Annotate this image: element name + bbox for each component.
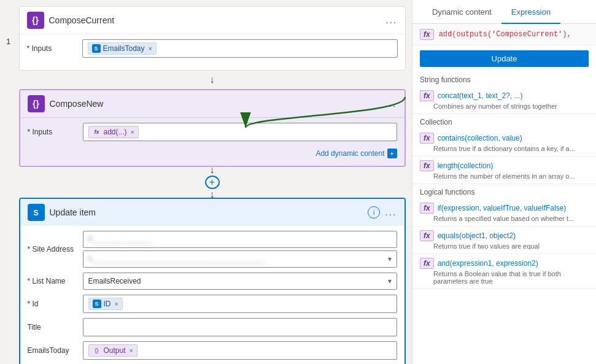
compose-current-inputs-row: * Inputs S EmailsToday × <box>27 39 398 58</box>
output-token-close[interactable]: × <box>130 347 133 354</box>
line-number: 1 <box>6 37 10 46</box>
concat-function-name[interactable]: fx concat(text_1, text_2?, ...) <box>420 90 589 101</box>
site-address-select[interactable]: h_______________________________________… <box>83 250 397 268</box>
add-token[interactable]: fx add(...) × <box>88 126 139 138</box>
output-token-label: Output <box>104 346 126 355</box>
update-button[interactable]: Update <box>420 50 589 67</box>
id-row: * Id S ID × <box>28 295 397 313</box>
compose-new-title: ComposeNew <box>50 99 104 109</box>
contains-name-label: contains(collection, value) <box>438 134 522 142</box>
update-item-card: S Update item i ... * Site Address P____… <box>19 198 406 364</box>
sharepoint-icon: S <box>92 44 101 53</box>
panel-scroll: String functions fx concat(text_1, text_… <box>412 72 596 364</box>
contains-desc: Returns true if a dictionary contains a … <box>420 145 589 152</box>
add-dynamic-content-link[interactable]: Add dynamic content + <box>28 146 397 158</box>
id-token-icon: S <box>93 300 101 308</box>
site-address-chevron: ▾ <box>388 255 392 263</box>
if-fx-icon: fx <box>420 203 434 214</box>
update-item-header: S Update item i ... <box>20 199 404 226</box>
if-name-label: if(expression, valueIfTrue, valueIfFalse… <box>438 204 567 212</box>
update-item-sharepoint-icon: S <box>28 204 45 221</box>
list-name-row: * List Name EmailsReceived ▾ <box>28 273 397 290</box>
function-if: fx if(expression, valueIfTrue, valueIfFa… <box>412 199 596 227</box>
collection-title: Collection <box>412 114 596 129</box>
arrow-2: ↓ <box>210 165 215 176</box>
compose-current-card: {} ComposeCurrent ... * Inputs S EmailsT… <box>19 6 406 71</box>
if-desc: Returns a specified value based on wheth… <box>420 215 589 222</box>
and-name-label: and(expression1, expression2) <box>438 259 538 268</box>
panel-tabs: Dynamic content Expression <box>412 0 596 24</box>
function-and: fx and(expression1, expression2) Returns… <box>412 254 596 289</box>
title-label: Title <box>28 323 77 331</box>
add-token-close[interactable]: × <box>131 128 134 136</box>
and-desc: Returns a Boolean value that is true if … <box>420 270 589 285</box>
fx-badge: fx <box>420 29 434 40</box>
function-equals: fx equals(object1, object2) Returns true… <box>412 227 596 254</box>
id-token-label: ID <box>104 300 111 308</box>
equals-desc: Returns true if two values are equal <box>420 242 589 250</box>
concat-name-label: concat(text_1, text_2?, ...) <box>438 91 523 100</box>
function-concat: fx concat(text_1, text_2?, ...) Combines… <box>412 87 596 114</box>
logical-functions-title: Logical functions <box>412 184 596 199</box>
if-function-name[interactable]: fx if(expression, valueIfTrue, valueIfFa… <box>420 203 589 214</box>
emails-today-input[interactable]: {} Output × <box>83 341 397 360</box>
compose-current-icon: {} <box>27 12 44 29</box>
compose-new-header-left: {} ComposeNew <box>28 95 104 112</box>
equals-name-label: equals(object1, object2) <box>438 231 516 240</box>
equals-fx-icon: fx <box>420 230 434 241</box>
and-function-name[interactable]: fx and(expression1, expression2) <box>420 258 589 269</box>
concat-fx-icon: fx <box>420 90 434 101</box>
title-row: Title <box>28 318 397 336</box>
id-token-close[interactable]: × <box>115 300 118 308</box>
compose-new-card: {} ComposeNew ... * Inputs fx add(...) × <box>19 89 406 167</box>
list-name-select[interactable]: EmailsReceived ▾ <box>83 273 397 290</box>
tab-expression[interactable]: Expression <box>501 0 560 24</box>
list-name-label: * List Name <box>28 277 77 285</box>
compose-current-body: * Inputs S EmailsToday × <box>20 34 405 70</box>
compose-new-inputs-row: * Inputs fx add(...) × <box>28 123 397 141</box>
compose-new-token-input[interactable]: fx add(...) × <box>83 123 397 141</box>
contains-function-name[interactable]: fx contains(collection, value) <box>420 133 589 144</box>
site-address-blurred: P_______ _______ <box>88 235 153 244</box>
id-token-input[interactable]: S ID × <box>83 295 397 313</box>
site-address-label: * Site Address <box>28 245 77 254</box>
arrow-1: ↓ <box>210 71 215 89</box>
emails-today-token[interactable]: S EmailsToday × <box>88 42 157 55</box>
length-function-name[interactable]: fx length(collection) <box>420 160 589 171</box>
length-desc: Returns the number of elements in an arr… <box>420 172 589 180</box>
output-token[interactable]: {} Output × <box>88 344 137 357</box>
id-token[interactable]: S ID × <box>88 298 123 310</box>
compose-current-more-button[interactable]: ... <box>385 15 397 26</box>
output-token-icon: {} <box>93 346 101 355</box>
compose-new-inputs-label: * Inputs <box>28 128 77 136</box>
title-input[interactable] <box>83 318 397 336</box>
length-fx-icon: fx <box>420 160 434 171</box>
id-label: * Id <box>28 300 77 308</box>
string-functions-title: String functions <box>412 72 596 87</box>
emails-today-token-close[interactable]: × <box>149 45 152 52</box>
tab-dynamic-content[interactable]: Dynamic content <box>422 0 501 24</box>
update-item-body: * Site Address P_______ _______ h_______… <box>20 226 404 364</box>
expression-text: add(outputs('ComposeCurrent'), <box>439 30 571 39</box>
compose-current-header: {} ComposeCurrent ... <box>20 7 405 34</box>
compose-new-more-button[interactable]: ... <box>385 98 397 109</box>
update-item-title: Update item <box>50 207 96 217</box>
compose-new-header: {} ComposeNew ... <box>20 90 404 117</box>
expression-bar: fx add(outputs('ComposeCurrent'), <box>412 24 596 45</box>
concat-desc: Combines any number of strings together <box>420 103 589 110</box>
compose-current-inputs-label: * Inputs <box>27 44 76 53</box>
add-dynamic-icon: + <box>387 149 397 158</box>
update-item-info-button[interactable]: i <box>368 206 380 219</box>
emails-today-row: EmailsToday {} Output × <box>28 341 397 360</box>
compose-current-title: ComposeCurrent <box>49 15 115 25</box>
equals-function-name[interactable]: fx equals(object1, object2) <box>420 230 589 241</box>
contains-fx-icon: fx <box>420 133 434 144</box>
list-name-chevron: ▾ <box>388 277 392 285</box>
compose-new-body: * Inputs fx add(...) × Add dynamic conte… <box>20 117 404 166</box>
compose-current-token-input[interactable]: S EmailsToday × <box>82 39 398 58</box>
update-item-more-button[interactable]: ... <box>385 207 397 218</box>
site-address-input-top[interactable]: P_______ _______ <box>83 231 397 248</box>
add-step-button[interactable]: + <box>205 176 220 189</box>
right-panel: Dynamic content Expression fx add(output… <box>412 0 596 364</box>
connector-between: ↓ + ↓ <box>205 167 220 198</box>
